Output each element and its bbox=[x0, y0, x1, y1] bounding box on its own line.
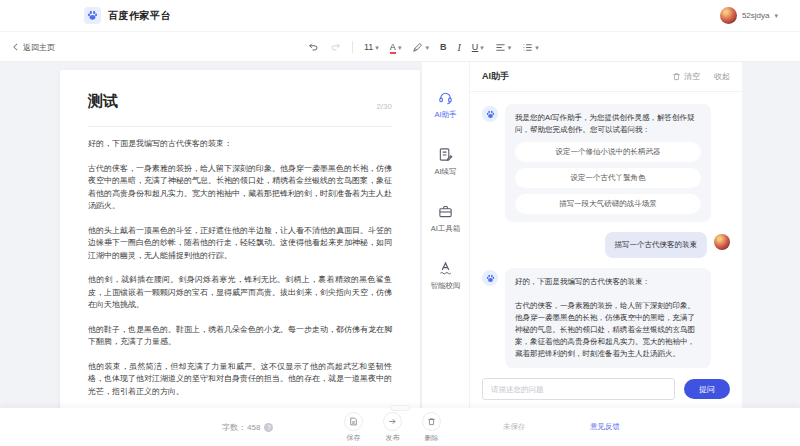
spellcheck-icon bbox=[438, 261, 453, 276]
ai-panel-title: AI助手 bbox=[482, 70, 509, 83]
format-tool-group: 11▾ A▾ ▾ B I U▾ ▾ ▾ bbox=[308, 32, 539, 62]
trash-icon bbox=[427, 417, 436, 426]
user-avatar bbox=[714, 234, 730, 250]
save-doc-icon bbox=[349, 417, 358, 426]
paragraph: 他的装束，虽然简洁，但却充满了力量和威严。这不仅显示了他的高超武艺和坚韧性格，也… bbox=[88, 361, 392, 399]
chevron-down-icon: ▾ bbox=[398, 44, 402, 51]
highlight-button[interactable]: ▾ bbox=[412, 42, 429, 53]
main-area: 测试 2/30 好的，下面是我编写的古代侠客的装束： 古代的侠客，一身素雅的装扮… bbox=[0, 62, 800, 408]
align-icon bbox=[495, 42, 506, 53]
user-message-bubble: 描写一个古代侠客的装束 bbox=[605, 232, 708, 258]
baidu-paw-logo-icon bbox=[84, 7, 101, 24]
footer-actions: 保存 发布 删除 bbox=[344, 412, 441, 443]
sidebar-item-label: AI工具箱 bbox=[431, 224, 461, 234]
paragraph: 他的头上戴着一顶黑色的斗笠，正好遮住他的半边脸，让人看不清他的真面目。斗笠的边缘… bbox=[88, 225, 392, 263]
save-label: 保存 bbox=[347, 433, 361, 443]
document-title[interactable]: 测试 bbox=[88, 92, 118, 111]
highlighter-icon bbox=[412, 42, 423, 53]
help-icon[interactable]: ? bbox=[264, 423, 273, 432]
italic-button[interactable]: I bbox=[457, 42, 460, 53]
app-title: 百度作家平台 bbox=[108, 9, 171, 23]
font-color-button[interactable]: A▾ bbox=[390, 43, 402, 52]
save-status: 未保存 bbox=[503, 408, 526, 446]
ask-button[interactable]: 提问 bbox=[684, 379, 730, 399]
publish-button[interactable]: 发布 bbox=[383, 412, 402, 443]
back-home-link[interactable]: 返回主页 bbox=[12, 32, 55, 62]
chevron-down-icon: ▾ bbox=[535, 44, 539, 51]
document-pen-icon bbox=[438, 147, 453, 162]
ai-panel-header: AI助手 清空 收起 bbox=[470, 62, 742, 92]
suggestion-pill[interactable]: 设定一个古代丫鬟角色 bbox=[515, 168, 701, 188]
footer-bar: 字数：458 ? 保存 发布 删除 未保存 意见反馈 bbox=[0, 408, 800, 446]
sidebar-item-label: AI续写 bbox=[434, 167, 456, 177]
clear-chat-label: 清空 bbox=[684, 71, 700, 82]
ai-avatar bbox=[482, 270, 498, 286]
sidebar-item-ai-toolbox[interactable]: AI工具箱 bbox=[431, 204, 461, 234]
word-count: 字数：458 ? bbox=[222, 408, 273, 446]
ai-message: 好的，下面是我编写的古代侠客的装束： 古代的侠客，一身素雅的装扮，给人留下深刻的… bbox=[470, 268, 742, 368]
font-size-select[interactable]: 11▾ bbox=[364, 42, 379, 52]
user-message: 描写一个古代侠客的装束 bbox=[470, 232, 742, 258]
chevron-left-icon bbox=[12, 43, 19, 51]
sidebar-item-proofread[interactable]: 智能校阅 bbox=[431, 261, 461, 291]
reply-paragraph: 古代的侠客，一身素雅的装扮，给人留下深刻的印象。他身穿一袭墨黑色的长袍，仿佛夜空… bbox=[515, 300, 701, 360]
clear-chat-button[interactable]: 清空 bbox=[672, 71, 700, 82]
bold-button[interactable]: B bbox=[440, 42, 447, 52]
ai-avatar bbox=[482, 106, 498, 122]
chevron-down-icon: ▾ bbox=[375, 44, 379, 51]
sidebar-item-label: AI助手 bbox=[434, 110, 456, 120]
underline-label: U bbox=[472, 42, 479, 52]
ai-message-bubble: 好的，下面是我编写的古代侠客的装束： 古代的侠客，一身素雅的装扮，给人留下深刻的… bbox=[505, 268, 711, 368]
user-avatar bbox=[720, 7, 737, 24]
font-color-label: A bbox=[390, 43, 396, 52]
trash-icon bbox=[672, 72, 681, 81]
word-count-label: 字数： bbox=[222, 422, 246, 433]
ai-assistant-panel: AI助手 清空 收起 我是您的AI写作助手，为您提供创作灵感，解答创作疑问，帮助… bbox=[470, 62, 742, 408]
ai-intro-text: 我是您的AI写作助手，为您提供创作灵感，解答创作疑问，帮助您完成创作。您可以试着… bbox=[515, 112, 701, 136]
user-name: 52sjdya bbox=[742, 11, 770, 20]
chevron-down-icon: ▾ bbox=[508, 44, 512, 51]
brand: 百度作家平台 bbox=[84, 7, 171, 24]
paragraph: 好的，下面是我编写的古代侠客的装束： bbox=[88, 138, 392, 151]
redo-button[interactable] bbox=[330, 42, 341, 53]
paragraph: 古代的侠客，一身素雅的装扮，给人留下深刻的印象。他身穿一袭墨黑色的长袍，仿佛夜空… bbox=[88, 163, 392, 213]
ai-message-bubble: 我是您的AI写作助手，为您提供创作灵感，解答创作疑问，帮助您完成创作。您可以试着… bbox=[505, 104, 711, 222]
headset-icon bbox=[438, 90, 453, 105]
chevron-down-icon: ▾ bbox=[425, 44, 429, 51]
sidebar-item-label: 智能校阅 bbox=[431, 281, 461, 291]
save-button[interactable]: 保存 bbox=[344, 412, 363, 443]
paragraph: 他的剑，就斜插在腰间。剑身闪烁着寒光，锋利无比。剑柄上，裹着精致的黑色鲨鱼皮，上… bbox=[88, 274, 392, 312]
sidebar-item-ai-continue[interactable]: AI续写 bbox=[434, 147, 456, 177]
sidebar-item-ai-assistant[interactable]: AI助手 bbox=[434, 90, 456, 120]
chevron-down-icon: ▾ bbox=[774, 12, 778, 19]
font-size-value: 11 bbox=[364, 42, 373, 52]
ask-bar: 提问 bbox=[470, 370, 742, 408]
underline-button[interactable]: U▾ bbox=[472, 42, 484, 52]
question-input[interactable] bbox=[482, 378, 675, 400]
chevron-down-icon: ▾ bbox=[480, 44, 484, 51]
editor-toolbar: 返回主页 11▾ A▾ ▾ B I U▾ ▾ ▾ bbox=[0, 32, 800, 62]
ai-message: 我是您的AI写作助手，为您提供创作灵感，解答创作疑问，帮助您完成创作。您可以试着… bbox=[470, 104, 742, 222]
undo-button[interactable] bbox=[308, 42, 319, 53]
user-menu[interactable]: 52sjdya ▾ bbox=[720, 7, 778, 24]
reply-paragraph: 好的，下面是我编写的古代侠客的装束： bbox=[515, 276, 701, 288]
suggestion-pill[interactable]: 设定一个修仙小说中的长柄武器 bbox=[515, 142, 701, 162]
ai-tool-sidebar: AI助手 AI续写 AI工具箱 智能校阅 bbox=[422, 62, 470, 408]
document-card[interactable]: 测试 2/30 好的，下面是我编写的古代侠客的装束： 古代的侠客，一身素雅的装扮… bbox=[60, 70, 420, 408]
list-button[interactable]: ▾ bbox=[522, 42, 539, 53]
feedback-link[interactable]: 意见反馈 bbox=[590, 408, 620, 446]
chat-area[interactable]: 我是您的AI写作助手，为您提供创作灵感，解答创作疑问，帮助您完成创作。您可以试着… bbox=[470, 92, 742, 370]
color-bar bbox=[390, 52, 396, 54]
collapse-panel-button[interactable]: 收起 bbox=[714, 71, 730, 82]
document-body[interactable]: 好的，下面是我编写的古代侠客的装束： 古代的侠客，一身素雅的装扮，给人留下深刻的… bbox=[88, 138, 392, 398]
align-button[interactable]: ▾ bbox=[495, 42, 512, 53]
paw-icon bbox=[486, 110, 495, 119]
toolbox-icon bbox=[438, 204, 453, 219]
delete-button[interactable]: 删除 bbox=[422, 412, 441, 443]
suggestion-pill[interactable]: 描写一段大气磅礴的战斗场景 bbox=[515, 194, 701, 214]
undo-icon bbox=[308, 42, 319, 53]
redo-icon bbox=[330, 42, 341, 53]
paragraph: 他的鞋子，也是黑色的。鞋面上，绣着几朵金色的小龙。每一步走动，都仿佛有龙在脚下翻… bbox=[88, 324, 392, 349]
publish-arrow-icon bbox=[388, 417, 397, 426]
footer-collapse-handle[interactable] bbox=[390, 405, 410, 411]
